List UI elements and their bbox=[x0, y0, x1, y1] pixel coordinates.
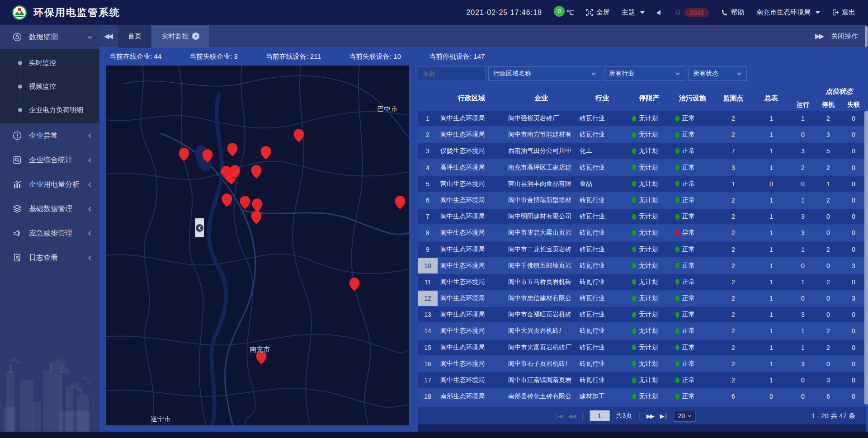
cell-index: 8 bbox=[418, 225, 438, 240]
sidebar-item-video-monitoring[interactable]: 视频监控 bbox=[0, 75, 99, 98]
cell-index: 16 bbox=[418, 356, 438, 372]
table-row[interactable]: 8阆中生态环境局阆中市枣碧大梁山页岩砖瓦行业无计划异常21300 bbox=[418, 225, 866, 240]
stop-plan-label: 无计划 bbox=[639, 262, 658, 270]
map-pin[interactable] bbox=[203, 149, 213, 163]
cell-monitor: 2 bbox=[714, 131, 752, 138]
name-filter-input[interactable] bbox=[418, 66, 486, 81]
table-row[interactable]: 17阆中生态环境局阆中市江南镇阆南页岩砖瓦行业无计划正常21030 bbox=[418, 372, 866, 388]
table-row[interactable]: 5营山生态环境局营山县润丰肉食品有限食品无计划正常10010 bbox=[418, 176, 866, 192]
region-filter-select[interactable]: 行政区域名称 bbox=[488, 66, 601, 81]
map-pin[interactable] bbox=[179, 148, 189, 162]
sidebar-item-enterprise-statistics[interactable]: 企业综合统计 bbox=[0, 148, 99, 172]
sidebar-item-power-load-detail[interactable]: 企业电力负荷明细 bbox=[0, 98, 99, 122]
table-row[interactable]: 15阆中生态环境局阆中市光富页岩机砖厂砖瓦行业无计划正常21120 bbox=[418, 340, 866, 355]
table-row[interactable]: 2阆中生态环境局阆中市南方节能建材有砖瓦行业无计划正常21030 bbox=[418, 127, 866, 142]
page-number-input[interactable] bbox=[590, 410, 609, 421]
cell-lost: 0 bbox=[841, 164, 866, 171]
cell-index: 4 bbox=[418, 160, 438, 175]
cell-company: 西南油气田分公司川中 bbox=[505, 147, 577, 155]
first-page-button[interactable]: ❘◀ bbox=[554, 413, 562, 419]
table-row[interactable]: 4高坪生态环境局南充市高坪区王家店建砖瓦行业无计划正常31220 bbox=[418, 160, 866, 175]
fullscreen-button[interactable]: 全屏 bbox=[586, 8, 610, 17]
cell-index: 2 bbox=[418, 127, 438, 142]
cell-total: 1 bbox=[752, 262, 790, 269]
cell-stop: 2 bbox=[816, 115, 841, 122]
status-filter-select[interactable]: 所有状态 bbox=[688, 66, 747, 81]
sidebar-item-log-view[interactable]: 日志查看 bbox=[0, 245, 99, 270]
fullscreen-icon bbox=[586, 9, 593, 16]
cell-region: 阆中生态环境局 bbox=[438, 114, 505, 122]
map-pin[interactable] bbox=[251, 211, 262, 225]
table-row[interactable]: 12阆中生态环境局阆中市忠信建材有限公砖瓦行业无计划正常21003 bbox=[418, 291, 866, 306]
stat-当前失联企业: 当前失联企业: 3 bbox=[189, 52, 238, 61]
sidebar-item-emergency-reduction[interactable]: 应急减排管理 bbox=[0, 221, 99, 245]
table-row[interactable]: 9阆中生态环境局阆中市二龙长宝页岩砖砖瓦行业无计划正常21120 bbox=[418, 242, 866, 257]
cell-company: 营山县润丰肉食品有限 bbox=[505, 180, 577, 188]
map-pin[interactable] bbox=[222, 193, 232, 207]
table-row[interactable]: 6阆中生态环境局阆中市金博瑞新型墙材砖瓦行业无计划正常21120 bbox=[418, 193, 866, 208]
next-page-button[interactable]: ▶▶ bbox=[646, 413, 654, 419]
sidebar-item-enterprise-abnormal[interactable]: 企业异常 bbox=[0, 123, 99, 148]
map-pin[interactable] bbox=[240, 196, 250, 210]
cell-company: 阆中市南方节能建材有 bbox=[505, 131, 577, 139]
table-row[interactable]: 3仪陇生态环境局西南油气田分公司川中化工无计划正常71350 bbox=[418, 143, 866, 159]
close-operations-button[interactable]: 关闭操作 bbox=[831, 32, 858, 41]
cell-stop-plan: 无计划 bbox=[627, 131, 671, 139]
page-scrollbar-thumb[interactable] bbox=[865, 26, 868, 47]
sidebar-item-realtime-monitoring[interactable]: 实时监控 bbox=[0, 51, 99, 75]
table-row[interactable]: 16阆中生态环境局阆中市石子页岩机砖厂砖瓦行业无计划正常21300 bbox=[418, 356, 866, 372]
cell-total: 1 bbox=[752, 115, 790, 122]
map-pin[interactable] bbox=[395, 196, 406, 210]
mute-button[interactable] bbox=[656, 9, 663, 16]
table-row[interactable]: 13阆中生态环境局阆中市金福旺页岩机砖砖瓦行业无计划正常21300 bbox=[418, 307, 866, 322]
industry-filter-select[interactable]: 所有行业 bbox=[604, 66, 685, 81]
chevron-left-icon bbox=[87, 133, 92, 138]
table-row[interactable]: 14阆中生态环境局阆中大兴页岩机砖厂砖瓦行业无计划正常21120 bbox=[418, 323, 866, 339]
map-collapse-handle[interactable] bbox=[195, 218, 204, 237]
map-pin[interactable] bbox=[227, 143, 238, 157]
logout-button[interactable]: 退出 bbox=[832, 8, 855, 17]
sidebar-item-basic-data-management[interactable]: 基础数据管理 bbox=[0, 197, 99, 221]
table-row[interactable]: 1阆中生态环境局阆中强锐页岩砖厂砖瓦行业无计划正常21120 bbox=[418, 111, 866, 126]
facility-status-label: 异常 bbox=[682, 229, 695, 237]
last-page-button[interactable]: ▶❘ bbox=[660, 413, 668, 419]
map-pin[interactable] bbox=[251, 165, 262, 179]
sidebar-item-power-usage-analysis[interactable]: 企业用电量分析 bbox=[0, 172, 99, 197]
map-pin[interactable] bbox=[294, 129, 304, 143]
cell-region: 阆中生态环境局 bbox=[438, 245, 505, 254]
facility-status-label: 正常 bbox=[682, 114, 695, 122]
map-pin[interactable] bbox=[261, 146, 271, 160]
table-scrollbar[interactable] bbox=[864, 111, 868, 405]
stop-plan-label: 无计划 bbox=[639, 311, 658, 319]
chevron-down-icon bbox=[736, 71, 742, 76]
table-row[interactable]: 7阆中生态环境局阆中明阳建材有限公司砖瓦行业无计划正常21300 bbox=[418, 209, 866, 224]
header-行业: 行业 bbox=[577, 94, 627, 103]
prev-page-button[interactable]: ◀◀ bbox=[568, 413, 576, 419]
notification-badge-wrap[interactable]: 2632 bbox=[675, 8, 709, 17]
map-pin[interactable] bbox=[230, 165, 241, 179]
help-button[interactable]: 帮助 bbox=[721, 8, 745, 17]
facility-status-label: 正常 bbox=[682, 311, 695, 319]
sidebar-item-data-monitoring[interactable]: 数据监测 bbox=[0, 25, 99, 49]
cell-company: 阆中市忠信建材有限公 bbox=[505, 294, 577, 302]
tab-实时监控[interactable]: 实时监控✕ bbox=[151, 25, 209, 48]
table-row[interactable]: 18南部生态环境局南部县砖化土砖有限公建材加工无计划正常60060 bbox=[418, 389, 866, 404]
stat-当前在线企业: 当前在线企业: 44 bbox=[109, 52, 161, 61]
tabs-scroll-left-icon[interactable]: ◀◀ bbox=[104, 32, 112, 40]
tab-close-icon[interactable]: ✕ bbox=[192, 33, 199, 40]
tabs-scroll-right-icon[interactable]: ▶▶ bbox=[815, 32, 823, 40]
map-pin[interactable] bbox=[349, 278, 360, 292]
org-menu[interactable]: 南充市生态环境局 bbox=[756, 8, 820, 17]
cell-monitor: 2 bbox=[714, 344, 752, 351]
tab-首页[interactable]: 首页 bbox=[118, 25, 151, 48]
table-row[interactable]: 11阆中生态环境局阆中市五马桥页岩机砖砖瓦行业无计划正常21120 bbox=[418, 274, 866, 290]
map-panel[interactable]: 巴中市南充市遂宁市 bbox=[106, 66, 409, 425]
green-dot-icon bbox=[632, 328, 636, 334]
green-dot-icon bbox=[632, 279, 636, 285]
page-size-select[interactable]: 20 bbox=[674, 410, 696, 422]
theme-button[interactable]: 主题 bbox=[622, 8, 645, 17]
table-row[interactable]: 10阆中生态环境局阆中千佛镇五郎垭页岩砖瓦行业无计划正常21003 bbox=[418, 258, 866, 273]
header-行政区域: 行政区域 bbox=[438, 94, 505, 103]
cell-stop-plan: 无计划 bbox=[627, 278, 671, 286]
app-logo-icon bbox=[12, 5, 27, 20]
